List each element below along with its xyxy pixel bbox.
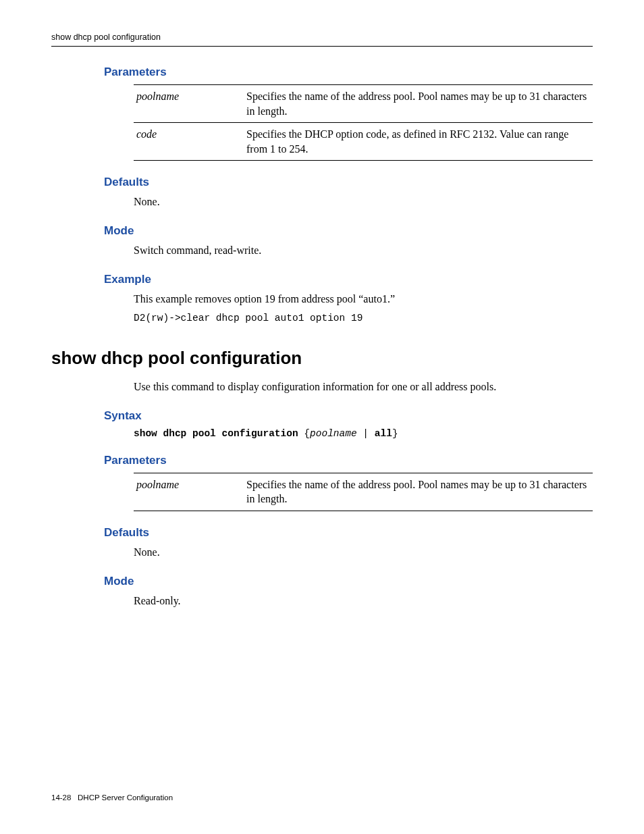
syntax-sep: |	[357, 428, 375, 439]
table-row: poolname Specifies the name of the addre…	[134, 473, 593, 511]
param-desc: Specifies the name of the address pool. …	[244, 473, 593, 511]
parameters-table-1: poolname Specifies the name of the addre…	[134, 84, 593, 161]
syntax-brace: }	[392, 428, 398, 439]
example-body: This example removes option 19 from addr…	[134, 292, 593, 307]
syntax-keyword: show dhcp pool configuration	[134, 428, 298, 439]
parameters-table-2: poolname Specifies the name of the addre…	[134, 473, 593, 511]
heading-example: Example	[104, 273, 593, 286]
heading-parameters-1: Parameters	[104, 66, 593, 79]
defaults-body-2: None.	[134, 545, 593, 560]
param-desc: Specifies the name of the address pool. …	[244, 85, 593, 123]
page-body: show dhcp pool configuration Parameters …	[0, 0, 644, 608]
syntax-brace: {	[298, 428, 310, 439]
param-name: code	[134, 123, 244, 161]
table-row: poolname Specifies the name of the addre…	[134, 85, 593, 123]
footer-section-label: DHCP Server Configuration	[78, 793, 173, 802]
syntax-arg: poolname	[310, 428, 357, 439]
running-head: show dhcp pool configuration	[51, 32, 593, 47]
heading-syntax: Syntax	[104, 409, 593, 423]
mode-body-2: Read-only.	[134, 594, 593, 608]
param-name: poolname	[134, 473, 244, 511]
syntax-line: show dhcp pool configuration {poolname |…	[134, 428, 593, 439]
heading-defaults-1: Defaults	[104, 176, 593, 189]
syntax-keyword: all	[375, 428, 392, 439]
heading-mode-1: Mode	[104, 224, 593, 238]
command-title: show dhcp pool configuration	[51, 348, 593, 369]
defaults-body-1: None.	[134, 194, 593, 209]
example-code: D2(rw)->clear dhcp pool auto1 option 19	[134, 313, 593, 323]
heading-defaults-2: Defaults	[104, 526, 593, 540]
table-row: code Specifies the DHCP option code, as …	[134, 123, 593, 161]
param-desc: Specifies the DHCP option code, as defin…	[244, 123, 593, 161]
page-footer: 14-28 DHCP Server Configuration	[51, 793, 173, 802]
mode-body-1: Switch command, read-write.	[134, 243, 593, 258]
heading-parameters-2: Parameters	[104, 454, 593, 467]
param-name: poolname	[134, 85, 244, 123]
command-intro: Use this command to display configuratio…	[134, 380, 593, 394]
heading-mode-2: Mode	[104, 575, 593, 588]
footer-page-number: 14-28	[51, 793, 71, 802]
